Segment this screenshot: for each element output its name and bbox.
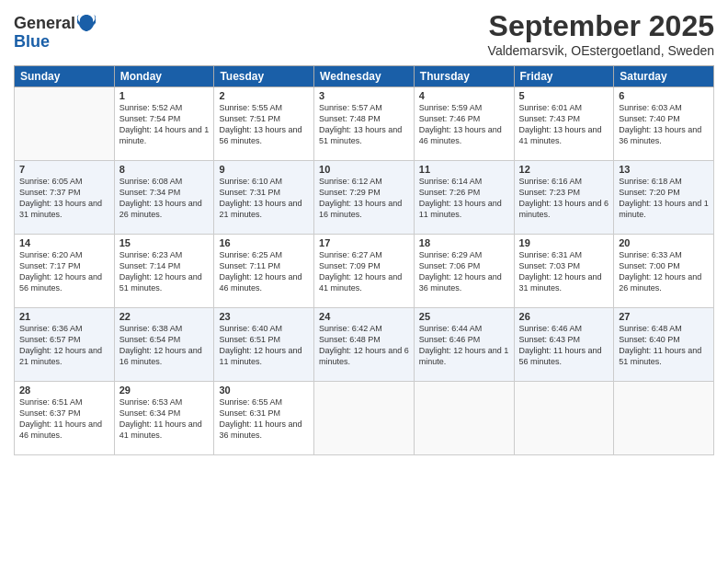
day-info: Sunrise: 6:46 AMSunset: 6:43 PMDaylight:… xyxy=(519,323,609,368)
day-number: 14 xyxy=(19,237,109,248)
logo-general-text: General xyxy=(14,15,75,33)
calendar-col-thursday: Thursday xyxy=(414,66,514,87)
calendar-cell: 18Sunrise: 6:29 AMSunset: 7:06 PMDayligh… xyxy=(414,235,514,308)
calendar-cell: 20Sunrise: 6:33 AMSunset: 7:00 PMDayligh… xyxy=(614,235,714,308)
day-info: Sunrise: 6:48 AMSunset: 6:40 PMDaylight:… xyxy=(619,323,709,368)
logo: General Blue xyxy=(14,13,96,52)
day-info: Sunrise: 6:16 AMSunset: 7:23 PMDaylight:… xyxy=(519,176,609,221)
day-number: 26 xyxy=(519,311,609,322)
day-info: Sunrise: 6:14 AMSunset: 7:26 PMDaylight:… xyxy=(419,176,509,221)
calendar-cell xyxy=(614,382,714,455)
day-info: Sunrise: 6:01 AMSunset: 7:43 PMDaylight:… xyxy=(519,102,609,147)
day-number: 16 xyxy=(219,237,309,248)
day-number: 21 xyxy=(19,311,109,322)
calendar-cell: 11Sunrise: 6:14 AMSunset: 7:26 PMDayligh… xyxy=(414,161,514,235)
day-info: Sunrise: 6:05 AMSunset: 7:37 PMDaylight:… xyxy=(19,176,109,221)
calendar-col-monday: Monday xyxy=(114,66,214,87)
day-number: 10 xyxy=(319,164,409,175)
calendar-cell: 25Sunrise: 6:44 AMSunset: 6:46 PMDayligh… xyxy=(414,308,514,382)
month-title: September 2025 xyxy=(488,9,714,43)
day-number: 3 xyxy=(319,90,409,101)
day-info: Sunrise: 5:52 AMSunset: 7:54 PMDaylight:… xyxy=(119,102,210,147)
day-info: Sunrise: 6:03 AMSunset: 7:40 PMDaylight:… xyxy=(619,102,709,147)
calendar-cell xyxy=(15,87,115,161)
calendar-week-row: 7Sunrise: 6:05 AMSunset: 7:37 PMDaylight… xyxy=(15,161,714,235)
calendar-col-sunday: Sunday xyxy=(15,66,115,87)
day-info: Sunrise: 6:27 AMSunset: 7:09 PMDaylight:… xyxy=(319,249,409,294)
calendar-cell: 29Sunrise: 6:53 AMSunset: 6:34 PMDayligh… xyxy=(114,382,214,455)
location-title: Valdemarsvik, OEstergoetland, Sweden xyxy=(488,43,714,58)
calendar-cell: 1Sunrise: 5:52 AMSunset: 7:54 PMDaylight… xyxy=(114,87,214,161)
calendar-cell: 13Sunrise: 6:18 AMSunset: 7:20 PMDayligh… xyxy=(614,161,714,235)
calendar-cell: 2Sunrise: 5:55 AMSunset: 7:51 PMDaylight… xyxy=(214,87,314,161)
day-number: 19 xyxy=(519,237,609,248)
calendar-cell: 24Sunrise: 6:42 AMSunset: 6:48 PMDayligh… xyxy=(314,308,415,382)
day-info: Sunrise: 5:57 AMSunset: 7:48 PMDaylight:… xyxy=(319,102,409,147)
calendar-week-row: 1Sunrise: 5:52 AMSunset: 7:54 PMDaylight… xyxy=(15,87,714,161)
calendar-col-friday: Friday xyxy=(514,66,614,87)
day-info: Sunrise: 6:44 AMSunset: 6:46 PMDaylight:… xyxy=(419,323,509,368)
calendar-cell: 12Sunrise: 6:16 AMSunset: 7:23 PMDayligh… xyxy=(514,161,614,235)
calendar-cell: 10Sunrise: 6:12 AMSunset: 7:29 PMDayligh… xyxy=(314,161,415,235)
day-number: 15 xyxy=(119,237,210,248)
calendar-cell: 15Sunrise: 6:23 AMSunset: 7:14 PMDayligh… xyxy=(114,235,214,308)
calendar-cell: 22Sunrise: 6:38 AMSunset: 6:54 PMDayligh… xyxy=(114,308,214,382)
calendar-cell: 16Sunrise: 6:25 AMSunset: 7:11 PMDayligh… xyxy=(214,235,314,308)
calendar-cell: 23Sunrise: 6:40 AMSunset: 6:51 PMDayligh… xyxy=(214,308,314,382)
calendar-col-tuesday: Tuesday xyxy=(214,66,314,87)
day-number: 25 xyxy=(419,311,509,322)
day-info: Sunrise: 6:51 AMSunset: 6:37 PMDaylight:… xyxy=(19,396,109,442)
calendar-cell: 8Sunrise: 6:08 AMSunset: 7:34 PMDaylight… xyxy=(114,161,214,235)
day-info: Sunrise: 6:55 AMSunset: 6:31 PMDaylight:… xyxy=(219,396,309,442)
calendar-cell xyxy=(414,382,514,455)
calendar-cell: 7Sunrise: 6:05 AMSunset: 7:37 PMDaylight… xyxy=(15,161,115,235)
day-number: 28 xyxy=(19,385,109,396)
day-number: 27 xyxy=(619,311,709,322)
day-number: 22 xyxy=(119,311,210,322)
title-block: September 2025 Valdemarsvik, OEstergoetl… xyxy=(488,9,714,58)
page: General Blue September 2025 Valdemarsvik… xyxy=(0,0,728,563)
day-info: Sunrise: 6:53 AMSunset: 6:34 PMDaylight:… xyxy=(119,396,210,442)
day-info: Sunrise: 6:40 AMSunset: 6:51 PMDaylight:… xyxy=(219,323,309,368)
day-number: 9 xyxy=(219,164,309,175)
calendar-cell: 5Sunrise: 6:01 AMSunset: 7:43 PMDaylight… xyxy=(514,87,614,161)
day-info: Sunrise: 6:29 AMSunset: 7:06 PMDaylight:… xyxy=(419,249,509,294)
calendar-cell: 3Sunrise: 5:57 AMSunset: 7:48 PMDaylight… xyxy=(314,87,415,161)
day-number: 11 xyxy=(419,164,509,175)
calendar-week-row: 28Sunrise: 6:51 AMSunset: 6:37 PMDayligh… xyxy=(15,382,714,455)
calendar-week-row: 14Sunrise: 6:20 AMSunset: 7:17 PMDayligh… xyxy=(15,235,714,308)
day-number: 5 xyxy=(519,90,609,101)
day-info: Sunrise: 6:25 AMSunset: 7:11 PMDaylight:… xyxy=(219,249,309,294)
day-number: 12 xyxy=(519,164,609,175)
day-info: Sunrise: 6:31 AMSunset: 7:03 PMDaylight:… xyxy=(519,249,609,294)
calendar-cell: 6Sunrise: 6:03 AMSunset: 7:40 PMDaylight… xyxy=(614,87,714,161)
day-number: 4 xyxy=(419,90,509,101)
header: General Blue September 2025 Valdemarsvik… xyxy=(14,9,714,58)
day-info: Sunrise: 6:33 AMSunset: 7:00 PMDaylight:… xyxy=(619,249,709,294)
day-info: Sunrise: 6:36 AMSunset: 6:57 PMDaylight:… xyxy=(19,323,109,368)
day-info: Sunrise: 6:38 AMSunset: 6:54 PMDaylight:… xyxy=(119,323,210,368)
day-number: 30 xyxy=(219,385,309,396)
calendar-cell: 27Sunrise: 6:48 AMSunset: 6:40 PMDayligh… xyxy=(614,308,714,382)
calendar-cell xyxy=(514,382,614,455)
calendar-cell: 28Sunrise: 6:51 AMSunset: 6:37 PMDayligh… xyxy=(15,382,115,455)
logo-blue-text: Blue xyxy=(14,33,96,52)
day-number: 2 xyxy=(219,90,309,101)
calendar-col-wednesday: Wednesday xyxy=(314,66,415,87)
calendar-week-row: 21Sunrise: 6:36 AMSunset: 6:57 PMDayligh… xyxy=(15,308,714,382)
day-number: 24 xyxy=(319,311,409,322)
calendar-cell: 30Sunrise: 6:55 AMSunset: 6:31 PMDayligh… xyxy=(214,382,314,455)
calendar-cell: 21Sunrise: 6:36 AMSunset: 6:57 PMDayligh… xyxy=(15,308,115,382)
day-number: 7 xyxy=(19,164,109,175)
calendar-table: SundayMondayTuesdayWednesdayThursdayFrid… xyxy=(14,65,714,455)
day-number: 6 xyxy=(619,90,709,101)
calendar-col-saturday: Saturday xyxy=(614,66,714,87)
day-info: Sunrise: 6:23 AMSunset: 7:14 PMDaylight:… xyxy=(119,249,210,294)
day-info: Sunrise: 6:08 AMSunset: 7:34 PMDaylight:… xyxy=(119,176,210,221)
day-info: Sunrise: 6:12 AMSunset: 7:29 PMDaylight:… xyxy=(319,176,409,221)
day-number: 13 xyxy=(619,164,709,175)
calendar-cell: 19Sunrise: 6:31 AMSunset: 7:03 PMDayligh… xyxy=(514,235,614,308)
calendar-cell: 26Sunrise: 6:46 AMSunset: 6:43 PMDayligh… xyxy=(514,308,614,382)
day-number: 23 xyxy=(219,311,309,322)
day-number: 29 xyxy=(119,385,210,396)
